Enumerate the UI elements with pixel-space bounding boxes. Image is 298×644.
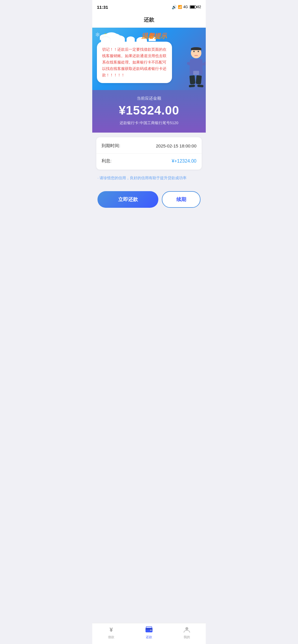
battery-icon: [190, 5, 196, 9]
nav-label-mine: 我的: [184, 635, 190, 639]
main-content: ❄ ❄ 温馨提示 切记！！还款后一定要找借款页面的在线客服销账。如果还款通道没用…: [92, 28, 206, 251]
char-torso: [190, 59, 203, 75]
nfc-icon: 🔊: [172, 5, 177, 9]
warm-tip-title: 温馨提示: [141, 32, 167, 41]
status-icons: 🔊 📶 4G 82: [172, 5, 201, 9]
bank-info: 还款银行卡:中国工商银行尾号5120: [97, 120, 201, 126]
extend-button[interactable]: 续期: [162, 191, 201, 208]
action-buttons: 立即还款 续期: [92, 186, 206, 214]
amount-value: ¥15324.00: [97, 103, 201, 117]
due-time-label: 到期时间:: [102, 143, 120, 149]
nav-icon-loan: ¥: [107, 626, 115, 634]
svg-point-4: [185, 627, 188, 630]
amount-label: 当前应还金额: [97, 96, 201, 101]
char-legs: [190, 75, 203, 84]
page-title: 还款: [144, 17, 154, 23]
page-header: 还款: [92, 13, 206, 28]
due-time-row: 到期时间: 2025-02-15 18:00:00: [96, 138, 202, 153]
status-bar: 11:31 🔊 📶 4G 82: [92, 0, 206, 13]
svg-point-3: [150, 630, 151, 630]
status-time: 11:31: [97, 5, 108, 10]
nav-icon-repay: [145, 626, 153, 634]
snowflake-icon: ❄: [95, 31, 100, 38]
repay-button[interactable]: 立即还款: [97, 191, 158, 208]
banner: ❄ ❄ 温馨提示 切记！！还款后一定要找借款页面的在线客服销账。如果还款通道没用…: [92, 28, 206, 90]
nav-icon-mine: [183, 626, 191, 634]
char-leg-left: [189, 75, 196, 85]
char-head: [191, 48, 201, 58]
interest-row: 利息: ¥+12324.00: [96, 153, 202, 168]
nav-item-loan[interactable]: ¥ 借款: [92, 626, 130, 639]
battery-percentage: 82: [197, 5, 201, 9]
char-shoe-right: [197, 85, 204, 88]
details-card: 到期时间: 2025-02-15 18:00:00 利息: ¥+12324.00: [96, 137, 202, 170]
interest-label: 利息:: [102, 158, 111, 164]
due-time-value: 2025-02-15 18:00:00: [156, 143, 196, 148]
amount-section: 当前应还金额 ¥15324.00 还款银行卡:中国工商银行尾号5120: [92, 90, 206, 133]
nav-item-repay[interactable]: 还款: [130, 626, 168, 639]
char-arm-right: [202, 59, 206, 66]
wifi-icon: 4G: [183, 5, 188, 9]
interest-value: ¥+12324.00: [172, 159, 196, 164]
char-body: [189, 48, 203, 87]
svg-rect-1: [146, 629, 152, 629]
nav-label-repay: 还款: [146, 635, 152, 639]
nav-label-loan: 借款: [108, 635, 114, 639]
signal-icon: 📶: [178, 5, 182, 9]
spacer: [92, 214, 206, 231]
char-shoe-left: [189, 85, 195, 88]
bottom-nav: ¥ 借款 还款 我的: [92, 623, 206, 644]
banner-message: 切记！！还款后一定要找借款页面的在线客服销账。如果还款通道没用也去联系在线客服处…: [102, 46, 167, 78]
char-leg-right: [196, 75, 202, 85]
credit-tip: · 请珍惜您的信用，良好的信用有助于提升贷款成功率: [92, 174, 206, 184]
char-arm-left: [187, 62, 192, 66]
cloud-bubble: 切记！！还款后一定要找借款页面的在线客服销账。如果还款通道没用也去联系在线客服处…: [97, 42, 172, 83]
character-illustration: [174, 38, 206, 90]
char-shoes: [189, 85, 203, 87]
nav-item-mine[interactable]: 我的: [168, 626, 206, 639]
